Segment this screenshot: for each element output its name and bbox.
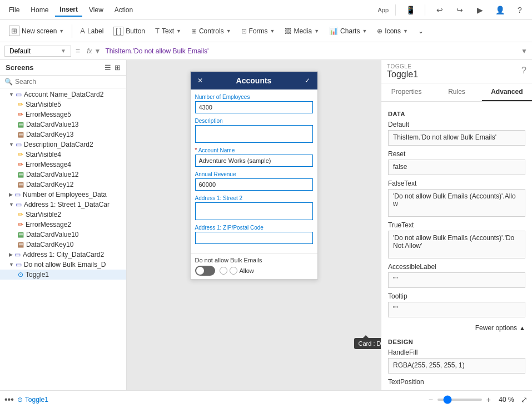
new-screen-chevron: ▼ xyxy=(59,28,64,34)
tree-item-starvisible4[interactable]: ✏ StarVisible4 xyxy=(0,150,126,160)
icons-button[interactable]: ⊕ Icons ▼ xyxy=(372,25,412,37)
fewer-options-button[interactable]: Fewer options ▲ xyxy=(388,322,525,334)
new-screen-button[interactable]: ⊞ New screen ▼ xyxy=(4,23,68,38)
statusbar-toggle-name: Toggle1 xyxy=(25,396,48,404)
prop-value-truetext[interactable]: 'Do not allow Bulk Emails (Accounts)'.'D… xyxy=(388,231,525,258)
form-input-account-name[interactable] xyxy=(195,155,313,167)
charts-icon: 📊 xyxy=(329,27,338,35)
tree-item-datacardkey12[interactable]: ▤ DataCardKey12 xyxy=(0,180,126,190)
more-button[interactable]: ⌄ xyxy=(414,25,428,37)
tree-item-bulkemail-datacard[interactable]: ▼ ▭ Do not allow Bulk Emails_D xyxy=(0,260,126,270)
tree-item-errormessage5[interactable]: ✏ ErrorMessage5 xyxy=(0,110,126,120)
new-screen-icon: ⊞ xyxy=(9,26,19,36)
tree-item-starvisible2[interactable]: ✏ StarVisible2 xyxy=(0,210,126,220)
tree-item-datacardkey10[interactable]: ▤ DataCardKey10 xyxy=(0,240,126,250)
redo-icon[interactable]: ↪ xyxy=(452,2,468,18)
statusbar-left: ••• ⊙ Toggle1 xyxy=(4,395,48,405)
tree-item-datacardkey13[interactable]: ▤ DataCardKey13 xyxy=(0,130,126,140)
zoom-slider[interactable] xyxy=(437,399,482,401)
tree-item-datacardvalue13[interactable]: ▤ DataCardValue13 xyxy=(0,120,126,130)
prop-label-textposition: TextPosition xyxy=(388,378,525,386)
play-icon[interactable]: ▶ xyxy=(472,2,488,18)
menu-home[interactable]: Home xyxy=(26,4,53,16)
tree-item-starvisible5[interactable]: ✏ StarVisible5 xyxy=(0,99,126,110)
right-panel-tag: TOGGLE xyxy=(387,63,418,69)
tree-label: DataCardValue12 xyxy=(26,171,79,178)
tab-rules[interactable]: Rules xyxy=(431,83,481,101)
card-icon: ▭ xyxy=(14,251,21,258)
toolbar: ⊞ New screen ▼ A Label [ ] Button T Text… xyxy=(0,20,532,42)
formulabar-dropdown[interactable]: Default ▼ xyxy=(4,46,71,57)
tree-label: DataCardKey10 xyxy=(26,241,73,248)
menu-file[interactable]: File xyxy=(4,4,24,16)
list-view-icon[interactable]: ☰ xyxy=(105,63,111,72)
help-icon[interactable]: ? xyxy=(512,2,528,18)
accounts-form-card[interactable]: ✕ Accounts ✓ Number of Employees Descrip… xyxy=(190,71,318,280)
controls-button[interactable]: ⊞ Controls ▼ xyxy=(187,25,236,37)
screens-title: Screens xyxy=(6,63,34,72)
tree-item-street1-datacard[interactable]: ▼ ▭ Address 1: Street 1_DataCar xyxy=(0,200,126,210)
form-input-revenue[interactable] xyxy=(195,178,313,191)
canvas-wrapper: ✕ Accounts ✓ Number of Employees Descrip… xyxy=(190,71,318,280)
tree-item-employees-datacard[interactable]: ▶ ▭ Number of Employees_Data xyxy=(0,190,126,200)
tree-label: ErrorMessage4 xyxy=(26,161,71,168)
button-button[interactable]: [ ] Button xyxy=(109,24,150,38)
undo-icon[interactable]: ↩ xyxy=(432,2,448,18)
tree-item-errormessage2[interactable]: ✏ ErrorMessage2 xyxy=(0,220,126,230)
menubar-right: App 📱 ↩ ↪ ▶ 👤 ? xyxy=(377,2,528,18)
menu-view[interactable]: View xyxy=(84,4,108,16)
help-circle-icon[interactable]: ? xyxy=(521,66,526,76)
form-input-street2[interactable] xyxy=(195,202,313,220)
prop-value-reset[interactable]: false xyxy=(388,160,525,175)
prop-label-accessiblelabel: AccessibleLabel xyxy=(388,263,525,271)
form-check-icon[interactable]: ✓ xyxy=(305,77,310,84)
search-input[interactable] xyxy=(15,78,122,86)
design-section: DESIGN HandleFill RGBA(255, 255, 255, 1)… xyxy=(388,339,525,386)
prop-value-accessiblelabel[interactable]: "" xyxy=(388,272,525,288)
phone-icon[interactable]: 📱 xyxy=(402,2,418,18)
search-box: 🔍 xyxy=(0,76,126,88)
left-panel: Screens ☰ ⊞ 🔍 ▼ ▭ Account Name_DataCard2… xyxy=(0,60,127,390)
toggle-switch[interactable] xyxy=(195,266,215,276)
error-icon: ✏ xyxy=(18,221,23,228)
menu-insert[interactable]: Insert xyxy=(55,3,82,17)
tab-advanced[interactable]: Advanced xyxy=(482,83,532,101)
prop-value-handlefill[interactable]: RGBA(255, 255, 255, 1) xyxy=(388,358,525,374)
media-button[interactable]: 🖼 Media ▼ xyxy=(280,25,324,37)
charts-label: Charts xyxy=(340,27,360,35)
label-button[interactable]: A Label xyxy=(76,24,108,37)
zoom-plus-button[interactable]: + xyxy=(485,394,492,405)
forms-button[interactable]: ⊡ Forms ▼ xyxy=(237,25,280,37)
tree-item-account-name-datacard[interactable]: ▼ ▭ Account Name_DataCard2 xyxy=(0,89,126,99)
prop-value-falsetext[interactable]: 'Do not allow Bulk Emails (Accounts)'.Al… xyxy=(388,189,525,217)
form-input-employees[interactable] xyxy=(195,101,313,113)
formulabar-formula-input[interactable] xyxy=(105,47,519,55)
prop-label-falsetext: FalseText xyxy=(388,180,525,187)
tree-item-datacardvalue12[interactable]: ▤ DataCardValue12 xyxy=(0,170,126,180)
tree-item-description-datacard[interactable]: ▼ ▭ Description_DataCard2 xyxy=(0,140,126,150)
charts-button[interactable]: 📊 Charts ▼ xyxy=(325,24,371,37)
fullscreen-icon[interactable]: ⤢ xyxy=(521,395,528,404)
prop-value-default[interactable]: ThisItem.'Do not allow Bulk Emails' xyxy=(388,130,525,146)
tree-item-datacardvalue10[interactable]: ▤ DataCardValue10 xyxy=(0,230,126,240)
menu-action[interactable]: Action xyxy=(110,4,137,16)
tab-properties[interactable]: Properties xyxy=(381,83,431,101)
form-input-zip[interactable] xyxy=(195,232,313,244)
prop-value-tooltip[interactable]: "" xyxy=(388,302,525,317)
tree-item-city-datacard[interactable]: ▶ ▭ Address 1: City_DataCard2 xyxy=(0,250,126,260)
tree-label: Address 1: City_DataCard2 xyxy=(23,251,104,258)
prop-label-tooltip: Tooltip xyxy=(388,292,525,300)
grid-view-icon[interactable]: ⊞ xyxy=(115,63,121,72)
form-input-description[interactable] xyxy=(195,125,313,143)
user-icon[interactable]: 👤 xyxy=(492,2,508,18)
statusbar-dots[interactable]: ••• xyxy=(4,395,14,405)
card-icon: ▭ xyxy=(16,141,22,148)
card-icon: ▭ xyxy=(16,91,22,98)
zoom-minus-button[interactable]: − xyxy=(427,394,434,405)
canvas-area[interactable]: ✕ Accounts ✓ Number of Employees Descrip… xyxy=(127,60,381,390)
form-close-icon[interactable]: ✕ xyxy=(197,77,203,84)
tree-item-errormessage4[interactable]: ✏ ErrorMessage4 xyxy=(0,160,126,170)
text-button[interactable]: T Text ▼ xyxy=(151,24,186,37)
form-label-zip: Address 1: ZIP/Postal Code xyxy=(195,225,313,231)
tree-item-toggle1[interactable]: ⊙ Toggle1 xyxy=(0,270,126,280)
